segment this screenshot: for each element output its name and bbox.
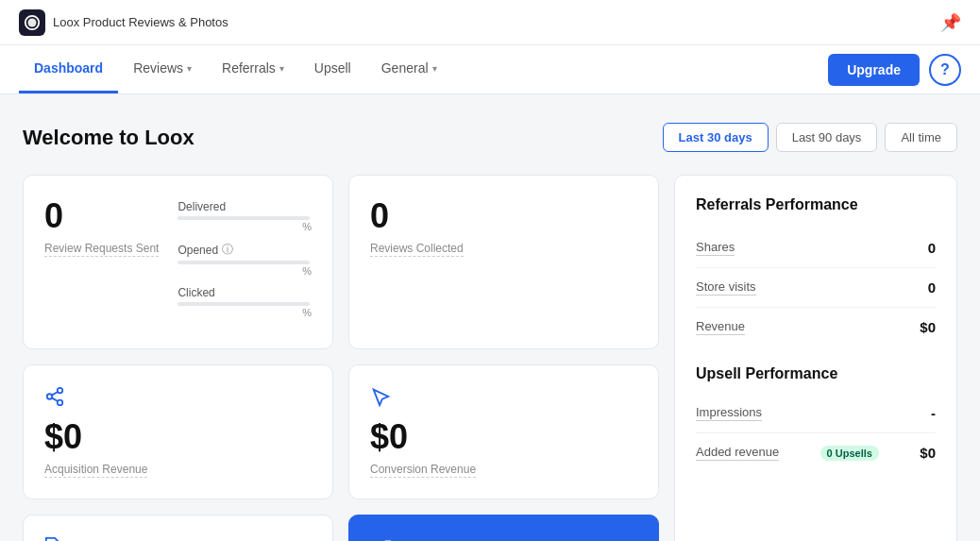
review-requests-card: 0 Review Requests Sent Delivered % Opene… bbox=[23, 175, 333, 349]
nav-upsell[interactable]: Upsell bbox=[299, 45, 366, 93]
store-visits-row: Store visits 0 bbox=[696, 268, 936, 308]
opened-info-icon[interactable]: ⓘ bbox=[222, 242, 233, 258]
svg-point-4 bbox=[58, 400, 63, 406]
shares-label[interactable]: Shares bbox=[696, 240, 735, 256]
cursor-icon bbox=[370, 386, 637, 412]
nav-dashboard-label: Dashboard bbox=[34, 60, 103, 76]
revenue-row: Revenue $0 bbox=[696, 308, 936, 347]
svg-point-2 bbox=[58, 388, 63, 394]
referrals-rows: Shares 0 Store visits 0 Revenue $0 bbox=[696, 228, 936, 347]
added-revenue-row: Added revenue 0 Upsells $0 bbox=[696, 433, 936, 472]
navbar: Dashboard Reviews ▾ Referrals ▾ Upsell G… bbox=[0, 45, 980, 94]
topbar: Loox Product Reviews & Photos 📌 bbox=[0, 0, 980, 45]
conversion-revenue-label: Conversion Revenue bbox=[370, 463, 476, 478]
nav-dashboard[interactable]: Dashboard bbox=[19, 45, 118, 93]
topbar-left: Loox Product Reviews & Photos bbox=[19, 9, 228, 36]
nav-general-label: General bbox=[381, 60, 429, 76]
clicked-pct: % bbox=[177, 307, 312, 318]
help-button[interactable]: ? bbox=[929, 54, 961, 86]
reviews-collected-count: 0 bbox=[370, 196, 637, 236]
impressions-label[interactable]: Impressions bbox=[696, 405, 762, 421]
reviews-arrow-icon: ▾ bbox=[187, 63, 192, 74]
impressions-value: - bbox=[931, 405, 936, 421]
acquisition-revenue-amount: $0 bbox=[44, 417, 312, 457]
revenue-label[interactable]: Revenue bbox=[696, 319, 745, 335]
tag-icon bbox=[44, 536, 312, 541]
referrals-panel-title: Referrals Performance bbox=[696, 196, 936, 213]
delivered-label: Delivered bbox=[177, 200, 312, 213]
nav-reviews-label: Reviews bbox=[133, 60, 183, 76]
reviews-collected-card: 0 Reviews Collected bbox=[348, 175, 659, 349]
filter-30days[interactable]: Last 30 days bbox=[663, 123, 769, 152]
general-arrow-icon: ▾ bbox=[432, 63, 437, 74]
conversion-revenue-amount: $0 bbox=[370, 417, 637, 457]
review-requests-left: 0 Review Requests Sent bbox=[44, 196, 159, 328]
retention-revenue-card: $0 Retention Revenue bbox=[23, 515, 333, 541]
upgrade-button[interactable]: Upgrade bbox=[828, 54, 920, 86]
delivered-metric: Delivered % bbox=[177, 200, 312, 232]
review-requests-metrics: Delivered % Opened ⓘ % bbox=[177, 196, 312, 328]
svg-line-5 bbox=[52, 397, 58, 401]
svg-point-3 bbox=[47, 394, 53, 399]
svg-line-6 bbox=[52, 392, 58, 396]
main-content: Welcome to Loox Last 30 days Last 90 day… bbox=[0, 94, 980, 541]
acquisition-revenue-label: Acquisition Revenue bbox=[44, 463, 147, 478]
clicked-bar-bg bbox=[177, 302, 310, 306]
nav-general[interactable]: General ▾ bbox=[366, 45, 452, 93]
reviews-collected-label: Reviews Collected bbox=[370, 242, 464, 257]
app-title: Loox Product Reviews & Photos bbox=[53, 15, 228, 29]
nav-reviews[interactable]: Reviews ▾ bbox=[118, 45, 207, 93]
delivered-pct: % bbox=[177, 221, 312, 232]
nav-right: Upgrade ? bbox=[828, 54, 961, 86]
review-requests-label: Review Requests Sent bbox=[44, 242, 159, 257]
page-title: Welcome to Loox bbox=[23, 126, 194, 150]
pin-icon[interactable]: 📌 bbox=[940, 12, 961, 33]
opened-label: Opened ⓘ bbox=[177, 242, 312, 258]
referrals-arrow-icon: ▾ bbox=[279, 63, 284, 74]
opened-bar-bg bbox=[177, 261, 310, 264]
conversion-revenue-card: $0 Conversion Revenue bbox=[348, 364, 659, 499]
delivered-bar-bg bbox=[177, 216, 310, 220]
chart-icon bbox=[370, 536, 637, 541]
nav-upsell-label: Upsell bbox=[314, 60, 351, 76]
review-requests-count: 0 bbox=[44, 196, 159, 236]
added-revenue-value: $0 bbox=[920, 445, 936, 461]
shares-row: Shares 0 bbox=[696, 228, 936, 268]
opened-metric: Opened ⓘ % bbox=[177, 242, 312, 277]
filter-90days[interactable]: Last 90 days bbox=[776, 123, 878, 152]
filter-buttons: Last 30 days Last 90 days All time bbox=[663, 123, 957, 152]
nav-referrals-label: Referrals bbox=[222, 60, 276, 76]
clicked-label: Clicked bbox=[177, 286, 312, 299]
shares-value: 0 bbox=[928, 240, 936, 256]
revenue-value: $0 bbox=[920, 319, 936, 335]
logo-icon bbox=[19, 9, 45, 36]
impressions-row: Impressions - bbox=[696, 394, 936, 433]
share-icon bbox=[44, 386, 312, 412]
store-visits-value: 0 bbox=[928, 279, 936, 296]
upsell-panel-title: Upsell Performance bbox=[696, 365, 936, 382]
store-visits-label[interactable]: Store visits bbox=[696, 279, 756, 296]
upsell-rows: Impressions - Added revenue 0 Upsells $0 bbox=[696, 394, 936, 472]
acquisition-revenue-card: $0 Acquisition Revenue bbox=[23, 364, 333, 499]
nav-referrals[interactable]: Referrals ▾ bbox=[207, 45, 299, 93]
added-revenue-label[interactable]: Added revenue bbox=[696, 445, 779, 461]
upsells-badge: 0 Upsells bbox=[820, 446, 879, 461]
total-sales-card: $0 Total Loox-Driven Sales bbox=[348, 515, 659, 541]
nav-items: Dashboard Reviews ▾ Referrals ▾ Upsell G… bbox=[19, 45, 452, 93]
page-header: Welcome to Loox Last 30 days Last 90 day… bbox=[23, 123, 957, 152]
filter-alltime[interactable]: All time bbox=[885, 123, 957, 152]
svg-point-0 bbox=[28, 18, 37, 26]
clicked-metric: Clicked % bbox=[177, 286, 312, 318]
opened-pct: % bbox=[177, 265, 312, 277]
performance-panel: Referrals Performance Shares 0 Store vis… bbox=[674, 175, 957, 541]
